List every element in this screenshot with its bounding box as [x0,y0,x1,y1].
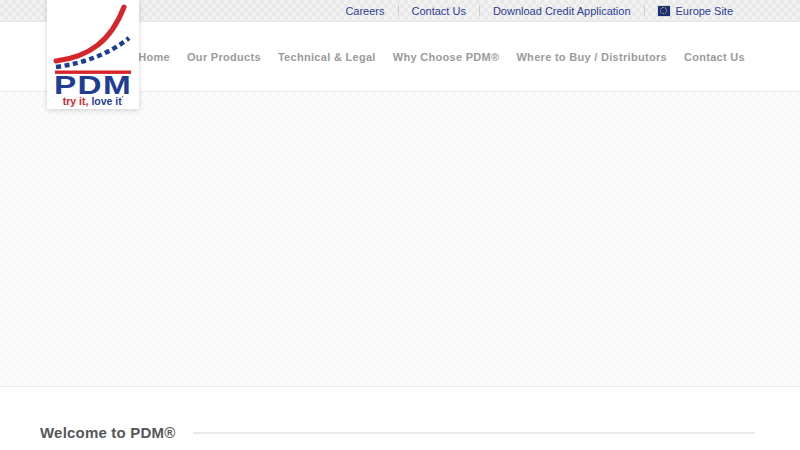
welcome-row: Welcome to PDM® [40,424,755,441]
logo-tagline-blue: love it [91,95,122,107]
topbar-divider [644,5,645,16]
pdm-logo[interactable]: PDM try it,love it' [47,0,139,109]
nav-item-why-choose-pdm[interactable]: Why Choose PDM® [393,51,500,63]
topbar-link-download-credit-application[interactable]: Download Credit Application [480,0,644,22]
nav-item-our-products[interactable]: Our Products [187,51,261,63]
page-title: Welcome to PDM® [40,424,175,441]
nav-item-where-to-buy[interactable]: Where to Buy / Distributors [516,51,667,63]
hero-content-area [0,92,800,387]
nav-item-technical-legal[interactable]: Technical & Legal [278,51,376,63]
topbar-link-careers[interactable]: Careers [332,0,397,22]
logo-red-curve-icon [56,7,124,61]
welcome-section: Welcome to PDM® [0,388,800,450]
topbar-link-contact-us[interactable]: Contact Us [399,0,479,22]
logo-tagline-red: try it, [63,95,89,107]
logo-tagline: try it,love it' [63,95,124,107]
heading-rule [193,432,755,434]
logo-blue-dashed-curve-icon [56,38,129,67]
nav-item-contact-us[interactable]: Contact Us [684,51,745,63]
topbar-link-europe-site[interactable]: Europe Site [663,0,746,22]
nav-item-home[interactable]: Home [138,51,170,63]
europe-flag-stars [660,7,667,14]
europe-flag-icon[interactable] [658,6,670,16]
